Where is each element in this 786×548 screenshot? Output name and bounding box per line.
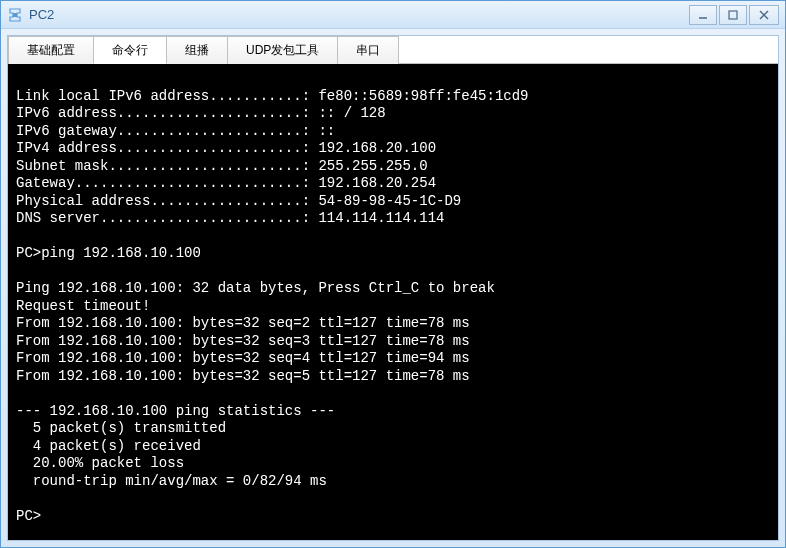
tab-serial[interactable]: 串口 <box>337 36 399 64</box>
tab-label: 组播 <box>185 42 209 59</box>
tab-label: 命令行 <box>112 42 148 59</box>
tab-multicast[interactable]: 组播 <box>166 36 228 64</box>
tab-label: 串口 <box>356 42 380 59</box>
titlebar: PC2 <box>1 1 785 29</box>
tab-udp-tool[interactable]: UDP发包工具 <box>227 36 338 64</box>
tab-label: UDP发包工具 <box>246 42 319 59</box>
tab-label: 基础配置 <box>27 42 75 59</box>
minimize-button[interactable] <box>689 5 717 25</box>
close-button[interactable] <box>749 5 779 25</box>
terminal-output[interactable]: Link local IPv6 address...........: fe80… <box>8 64 778 540</box>
tabs: 基础配置 命令行 组播 UDP发包工具 串口 <box>8 36 778 64</box>
svg-rect-2 <box>729 11 737 19</box>
svg-rect-0 <box>13 13 17 17</box>
app-window: PC2 基础配置 命令行 组播 UDP发包工具 <box>0 0 786 548</box>
maximize-button[interactable] <box>719 5 747 25</box>
content-area: 基础配置 命令行 组播 UDP发包工具 串口 Link local IPv6 a… <box>7 35 779 541</box>
tab-command-line[interactable]: 命令行 <box>93 36 167 64</box>
app-icon <box>7 7 23 23</box>
tab-basic-config[interactable]: 基础配置 <box>8 36 94 64</box>
window-controls <box>689 5 779 25</box>
window-title: PC2 <box>29 7 689 22</box>
